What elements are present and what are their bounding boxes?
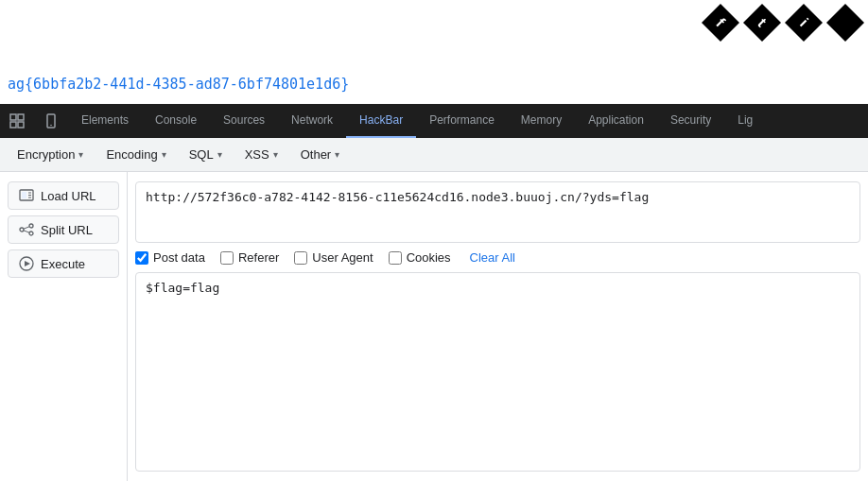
hackbar-left-panel: Load URL Split URL Execute: [0, 172, 128, 481]
tab-hackbar[interactable]: HackBar: [346, 104, 416, 138]
svg-rect-1: [18, 114, 24, 120]
tab-console[interactable]: Console: [142, 104, 210, 138]
cookies-label[interactable]: Cookies: [389, 250, 451, 265]
tab-security[interactable]: Security: [657, 104, 724, 138]
svg-point-11: [20, 228, 24, 232]
inspect-icon: [9, 113, 25, 129]
svg-rect-7: [22, 192, 26, 198]
cookies-checkbox[interactable]: [389, 251, 402, 265]
execute-icon: [18, 255, 35, 272]
referer-checkbox[interactable]: [220, 251, 234, 265]
referer-label[interactable]: Referer: [220, 250, 279, 265]
hackbar-main: Load URL Split URL Execute: [0, 172, 868, 481]
xss-menu-btn[interactable]: XSS ▾: [235, 144, 287, 165]
load-url-button[interactable]: Load URL: [8, 181, 119, 210]
tab-lig[interactable]: Lig: [724, 104, 766, 138]
devtools-tabbar: Elements Console Sources Network HackBar…: [0, 104, 868, 138]
tab-performance[interactable]: Performance: [416, 104, 508, 138]
other-menu-btn[interactable]: Other ▾: [291, 144, 350, 165]
tab-sources[interactable]: Sources: [210, 104, 278, 138]
sql-chevron: ▾: [217, 149, 222, 160]
sql-menu-btn[interactable]: SQL ▾: [180, 144, 232, 165]
svg-point-12: [29, 224, 33, 228]
hackbar-content: Post data Referer User Agent Cookies Cle…: [128, 172, 868, 481]
extra-icon[interactable]: [826, 4, 864, 42]
url-heading: ag{6bbfa2b2-441d-4385-ad87-6bf74801e1d6}: [0, 68, 868, 100]
tab-application[interactable]: Application: [575, 104, 657, 138]
useragent-label[interactable]: User Agent: [294, 250, 373, 265]
tab-elements[interactable]: Elements: [68, 104, 142, 138]
execute-label: Execute: [41, 257, 85, 271]
inspect-icon-btn[interactable]: [0, 104, 34, 138]
url-heading-text: ag{6bbfa2b2-441d-4385-ad87-6bf74801e1d6}: [8, 76, 349, 93]
encoding-menu-btn[interactable]: Encoding ▾: [96, 144, 175, 165]
xss-chevron: ▾: [273, 149, 278, 160]
hackbar-toolbar: Encryption ▾ Encoding ▾ SQL ▾ XSS ▾ Othe…: [0, 138, 868, 172]
postdata-row: Post data Referer User Agent Cookies Cle…: [135, 250, 860, 265]
svg-rect-3: [18, 122, 24, 128]
tab-memory[interactable]: Memory: [508, 104, 575, 138]
svg-line-14: [24, 227, 29, 229]
postdata-checkbox[interactable]: [135, 251, 148, 265]
instagram-icon[interactable]: i: [785, 4, 823, 42]
useragent-checkbox[interactable]: [294, 251, 307, 265]
svg-point-13: [29, 232, 33, 235]
clear-all-button[interactable]: Clear All: [470, 250, 515, 265]
split-url-button[interactable]: Split URL: [8, 215, 119, 244]
encryption-chevron: ▾: [78, 149, 83, 160]
tab-network[interactable]: Network: [278, 104, 346, 138]
mobile-icon: [43, 113, 59, 129]
svg-marker-17: [25, 261, 30, 266]
encoding-chevron: ▾: [162, 149, 166, 160]
load-url-label: Load URL: [41, 189, 96, 203]
other-chevron: ▾: [335, 149, 339, 160]
svg-rect-0: [10, 114, 16, 120]
encryption-menu-btn[interactable]: Encryption ▾: [8, 144, 93, 165]
execute-button[interactable]: Execute: [8, 249, 119, 278]
postdata-label[interactable]: Post data: [135, 250, 205, 265]
svg-line-15: [24, 231, 29, 232]
split-url-icon: [18, 221, 35, 238]
svg-point-5: [50, 125, 52, 127]
facebook-icon[interactable]: f: [702, 4, 739, 42]
postdata-textarea[interactable]: [135, 272, 860, 472]
social-bar: f t i: [698, 0, 868, 45]
split-url-label: Split URL: [41, 223, 93, 237]
mobile-icon-btn[interactable]: [34, 104, 68, 138]
twitter-icon[interactable]: t: [743, 4, 781, 42]
url-input[interactable]: [135, 181, 860, 243]
svg-rect-2: [10, 122, 16, 128]
load-url-icon: [18, 187, 35, 204]
